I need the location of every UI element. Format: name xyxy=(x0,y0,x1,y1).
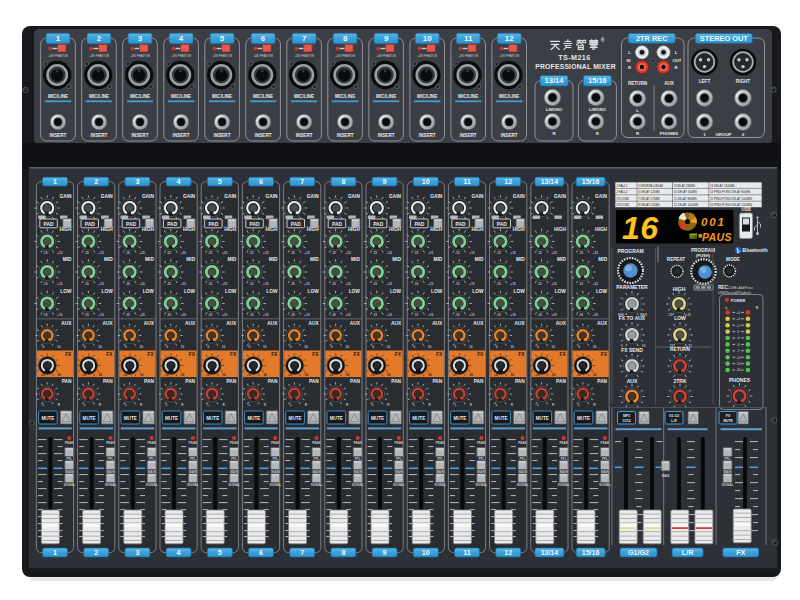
svg-text:0: 0 xyxy=(414,373,416,377)
svg-text:PEAK: PEAK xyxy=(312,441,321,445)
svg-text:GAIN: GAIN xyxy=(142,194,155,199)
svg-text:FX: FX xyxy=(726,414,731,418)
svg-text:-15: -15 xyxy=(414,313,419,317)
svg-text:SIGNAL: SIGNAL xyxy=(475,483,487,487)
svg-text:MUTE: MUTE xyxy=(165,416,178,421)
svg-text:4: 4 xyxy=(177,548,181,557)
svg-text:AUX: AUX xyxy=(350,321,361,326)
svg-text:L: L xyxy=(249,403,251,407)
svg-text:7: 7 xyxy=(302,34,307,43)
svg-text:+15: +15 xyxy=(139,251,145,255)
svg-text:INSERT: INSERT xyxy=(501,133,518,138)
svg-text:15/16: 15/16 xyxy=(582,178,600,185)
svg-text:8 DELAY 220MS: 8 DELAY 220MS xyxy=(638,203,660,207)
svg-text:10: 10 xyxy=(222,373,226,377)
svg-text:R: R xyxy=(756,306,759,310)
svg-text:REPEAT: REPEAT xyxy=(667,257,685,262)
svg-text:10: 10 xyxy=(593,373,597,377)
svg-text:+15: +15 xyxy=(469,282,475,286)
svg-text:+48V PHANTOM: +48V PHANTOM xyxy=(294,54,314,58)
svg-text:PARAMETER: PARAMETER xyxy=(616,284,648,290)
svg-text:GAIN: GAIN xyxy=(430,194,443,199)
svg-text:-15: -15 xyxy=(372,251,377,255)
svg-text:MAIN: MAIN xyxy=(662,474,671,478)
svg-text:10: 10 xyxy=(428,345,432,349)
svg-text:0: 0 xyxy=(537,373,539,377)
svg-text:PEAK: PEAK xyxy=(436,441,445,445)
svg-text:LOW: LOW xyxy=(390,289,402,294)
svg-text:FX: FX xyxy=(312,352,319,357)
svg-text:PAN: PAN xyxy=(515,379,525,384)
svg-text:MIC/LINE: MIC/LINE xyxy=(171,94,191,99)
svg-text:+15: +15 xyxy=(428,313,434,317)
svg-text:MIC/LINE: MIC/LINE xyxy=(48,94,68,99)
svg-text:HIGH: HIGH xyxy=(554,227,567,232)
svg-text:MIC/LINE: MIC/LINE xyxy=(458,94,478,99)
svg-text:USB: USB xyxy=(690,235,698,239)
svg-text:GAIN: GAIN xyxy=(554,194,567,199)
svg-text:SIGNAL: SIGNAL xyxy=(63,483,75,487)
svg-text:0: 0 xyxy=(290,345,292,349)
svg-text:0: 0 xyxy=(372,373,374,377)
svg-text:HIGH: HIGH xyxy=(430,227,443,232)
svg-text:+48V PHANTOM: +48V PHANTOM xyxy=(89,54,109,58)
svg-text:10: 10 xyxy=(510,345,514,349)
svg-text:+15: +15 xyxy=(387,313,393,317)
svg-text:+48V PHANTOM: +48V PHANTOM xyxy=(130,54,150,58)
svg-text:MID: MID xyxy=(516,257,525,262)
svg-text:MODE: MODE xyxy=(726,257,740,262)
svg-text:L/MONO: L/MONO xyxy=(589,107,606,112)
svg-text:MUTE: MUTE xyxy=(247,416,260,421)
svg-text:REC:: REC: xyxy=(718,285,730,290)
svg-text:7: 7 xyxy=(300,177,304,186)
svg-text:HIGH: HIGH xyxy=(183,227,196,232)
svg-text:FX: FX xyxy=(189,352,196,357)
svg-text:FX: FX xyxy=(477,352,484,357)
svg-text:HIGH: HIGH xyxy=(348,227,361,232)
svg-text:-15: -15 xyxy=(125,282,130,286)
svg-text:10: 10 xyxy=(428,373,432,377)
svg-text:MIC/LINE: MIC/LINE xyxy=(376,94,396,99)
svg-text:+15: +15 xyxy=(551,313,557,317)
svg-text:PAD: PAD xyxy=(44,222,54,227)
svg-text:HIGH: HIGH xyxy=(389,227,402,232)
svg-text:0: 0 xyxy=(455,373,457,377)
svg-text:SIGNAL: SIGNAL xyxy=(434,483,446,487)
svg-text:AUX: AUX xyxy=(627,378,638,384)
svg-text:+6: +6 xyxy=(736,311,740,315)
svg-text:2TRK: 2TRK xyxy=(673,378,686,384)
svg-text:0: 0 xyxy=(249,345,251,349)
svg-text:+48V PHANTOM: +48V PHANTOM xyxy=(171,54,191,58)
svg-text:-15: -15 xyxy=(84,313,89,317)
svg-text:0: 0 xyxy=(290,373,292,377)
svg-text:10: 10 xyxy=(222,345,226,349)
svg-text:11/12: 11/12 xyxy=(622,419,630,423)
svg-text:-15: -15 xyxy=(84,282,89,286)
svg-text:L: L xyxy=(207,403,209,407)
svg-text:LINE+Add/Press: LINE+Add/Press xyxy=(730,286,754,290)
svg-text:13/14: 13/14 xyxy=(545,76,565,85)
svg-text:8: 8 xyxy=(341,177,345,186)
svg-text:FX: FX xyxy=(395,352,402,357)
svg-text:MUTE: MUTE xyxy=(124,416,137,421)
svg-text:0: 0 xyxy=(43,373,45,377)
svg-text:-15: -15 xyxy=(166,282,171,286)
svg-text:GAIN: GAIN xyxy=(389,194,402,199)
svg-text:7 DELAY 170MS: 7 DELAY 170MS xyxy=(638,197,660,201)
svg-text:-15: -15 xyxy=(455,251,460,255)
svg-text:LOW: LOW xyxy=(184,289,196,294)
svg-text:PEAK: PEAK xyxy=(230,441,239,445)
svg-text:MIC/LINE: MIC/LINE xyxy=(499,94,519,99)
svg-text:+15: +15 xyxy=(57,313,63,317)
svg-text:+15: +15 xyxy=(57,251,63,255)
svg-text:10: 10 xyxy=(469,373,473,377)
svg-text:+15: +15 xyxy=(593,282,599,286)
svg-text:+15: +15 xyxy=(98,313,104,317)
svg-text:4: 4 xyxy=(177,177,181,186)
svg-text:+48V PHANTOM: +48V PHANTOM xyxy=(253,54,273,58)
svg-text:RETURN: RETURN xyxy=(670,347,691,352)
svg-text:MIC/LINE: MIC/LINE xyxy=(417,94,437,99)
svg-text:PHONES: PHONES xyxy=(660,131,679,136)
svg-text:12 DELAY 1000MS: 12 DELAY 1000MS xyxy=(674,203,699,207)
svg-text:PEAK: PEAK xyxy=(353,441,362,445)
